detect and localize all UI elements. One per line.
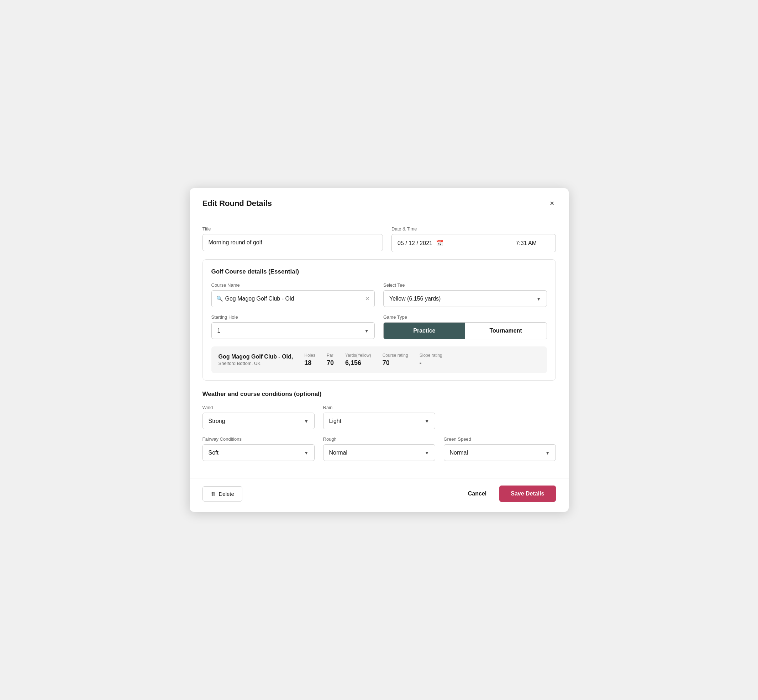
wind-group: Wind Calm Light Moderate Strong Very Str…: [202, 405, 315, 429]
close-button[interactable]: ×: [548, 198, 556, 209]
select-tee-wrapper: Yellow (6,156 yards) ▼: [383, 290, 547, 307]
course-info-bar: Gog Magog Golf Club - Old, Shelford Bott…: [211, 347, 547, 373]
wind-dropdown[interactable]: Calm Light Moderate Strong Very Strong: [202, 412, 315, 429]
search-icon: 🔍: [216, 295, 223, 302]
rain-group: Rain None Light Moderate Heavy ▼: [323, 405, 435, 429]
game-type-toggle: Practice Tournament: [383, 322, 547, 339]
green-speed-wrapper: Slow Normal Fast Very Fast ▼: [444, 444, 556, 461]
rain-label: Rain: [323, 405, 435, 410]
date-value: 05 / 12 / 2021: [398, 240, 432, 247]
slope-rating-value: -: [420, 359, 422, 367]
rough-wrapper: Short Normal Long Very Long ▼: [323, 444, 435, 461]
holes-value: 18: [304, 359, 312, 367]
date-time-label: Date & Time: [392, 226, 556, 231]
rain-wrapper: None Light Moderate Heavy ▼: [323, 412, 435, 429]
game-type-group: Game Type Practice Tournament: [383, 314, 547, 339]
select-tee-dropdown[interactable]: Yellow (6,156 yards): [383, 290, 547, 307]
modal-title: Edit Round Details: [202, 199, 272, 208]
course-info-name-group: Gog Magog Golf Club - Old, Shelford Bott…: [219, 353, 293, 366]
edit-round-modal: Edit Round Details × Title Date & Time 0…: [190, 188, 568, 512]
course-info-name: Gog Magog Golf Club - Old,: [219, 353, 293, 360]
rough-group: Rough Short Normal Long Very Long ▼: [323, 436, 435, 461]
title-date-row: Title Date & Time 05 / 12 / 2021 📅 7:31 …: [202, 226, 556, 252]
rain-dropdown[interactable]: None Light Moderate Heavy: [323, 412, 435, 429]
starting-hole-label: Starting Hole: [211, 314, 375, 320]
rough-dropdown[interactable]: Short Normal Long Very Long: [323, 444, 435, 461]
wind-rain-row: Wind Calm Light Moderate Strong Very Str…: [202, 405, 556, 429]
par-label: Par: [327, 353, 334, 358]
green-speed-dropdown[interactable]: Slow Normal Fast Very Fast: [444, 444, 556, 461]
golf-section-title: Golf Course details (Essential): [211, 268, 547, 275]
slope-rating-label: Slope rating: [420, 353, 442, 358]
yards-value: 6,156: [345, 359, 361, 367]
select-tee-label: Select Tee: [383, 283, 547, 288]
course-name-label: Course Name: [211, 283, 375, 288]
golf-course-section: Golf Course details (Essential) Course N…: [202, 259, 556, 381]
delete-button[interactable]: 🗑 Delete: [202, 486, 242, 502]
fairway-dropdown[interactable]: Firm Normal Soft Very Soft: [202, 444, 315, 461]
footer-right: Cancel Save Details: [465, 486, 556, 502]
starting-hole-wrapper: 1 ▼: [211, 322, 375, 339]
fairway-group: Fairway Conditions Firm Normal Soft Very…: [202, 436, 315, 461]
title-field-group: Title: [202, 226, 383, 252]
cancel-button[interactable]: Cancel: [465, 486, 489, 501]
date-field[interactable]: 05 / 12 / 2021 📅: [392, 234, 497, 252]
wind-wrapper: Calm Light Moderate Strong Very Strong ▼: [202, 412, 315, 429]
title-label: Title: [202, 226, 383, 231]
modal-footer: 🗑 Delete Cancel Save Details: [190, 478, 568, 512]
fairway-rough-green-row: Fairway Conditions Firm Normal Soft Very…: [202, 436, 556, 461]
date-time-group: 05 / 12 / 2021 📅 7:31 AM: [392, 234, 556, 252]
time-value: 7:31 AM: [516, 240, 537, 247]
par-value: 70: [327, 359, 334, 367]
slope-rating-stat: Slope rating -: [420, 353, 442, 367]
clear-course-icon[interactable]: ✕: [365, 295, 370, 302]
green-speed-group: Green Speed Slow Normal Fast Very Fast ▼: [444, 436, 556, 461]
course-tee-row: Course Name 🔍 ✕ Select Tee Yellow (6,156…: [211, 283, 547, 307]
select-tee-group: Select Tee Yellow (6,156 yards) ▼: [383, 283, 547, 307]
delete-label: Delete: [219, 491, 234, 497]
green-speed-label: Green Speed: [444, 436, 556, 442]
course-name-group: Course Name 🔍 ✕: [211, 283, 375, 307]
save-button[interactable]: Save Details: [499, 486, 556, 502]
tournament-button[interactable]: Tournament: [465, 323, 547, 339]
course-rating-stat: Course rating 70: [382, 353, 408, 367]
wind-label: Wind: [202, 405, 315, 410]
fairway-label: Fairway Conditions: [202, 436, 315, 442]
modal-header: Edit Round Details ×: [190, 188, 568, 216]
starting-hole-dropdown[interactable]: 1: [211, 322, 375, 339]
course-info-location: Shelford Bottom, UK: [219, 361, 293, 366]
course-search-wrapper: 🔍 ✕: [211, 290, 375, 307]
starting-hole-group: Starting Hole 1 ▼: [211, 314, 375, 339]
weather-section: Weather and course conditions (optional)…: [202, 391, 556, 461]
weather-section-title: Weather and course conditions (optional): [202, 391, 556, 398]
course-name-input[interactable]: [211, 290, 375, 307]
fairway-wrapper: Firm Normal Soft Very Soft ▼: [202, 444, 315, 461]
rough-label: Rough: [323, 436, 435, 442]
course-rating-value: 70: [382, 359, 390, 367]
yards-label: Yards(Yellow): [345, 353, 371, 358]
hole-gametype-row: Starting Hole 1 ▼ Game Type Practice Tou…: [211, 314, 547, 339]
holes-label: Holes: [304, 353, 315, 358]
yards-stat: Yards(Yellow) 6,156: [345, 353, 371, 367]
time-field[interactable]: 7:31 AM: [497, 234, 556, 252]
title-input[interactable]: [202, 234, 383, 251]
course-rating-label: Course rating: [382, 353, 408, 358]
holes-stat: Holes 18: [304, 353, 315, 367]
practice-button[interactable]: Practice: [384, 323, 465, 339]
par-stat: Par 70: [327, 353, 334, 367]
game-type-label: Game Type: [383, 314, 547, 320]
calendar-icon: 📅: [436, 239, 443, 247]
date-time-field-group: Date & Time 05 / 12 / 2021 📅 7:31 AM: [392, 226, 556, 252]
trash-icon: 🗑: [211, 491, 216, 497]
modal-body: Title Date & Time 05 / 12 / 2021 📅 7:31 …: [190, 216, 568, 477]
